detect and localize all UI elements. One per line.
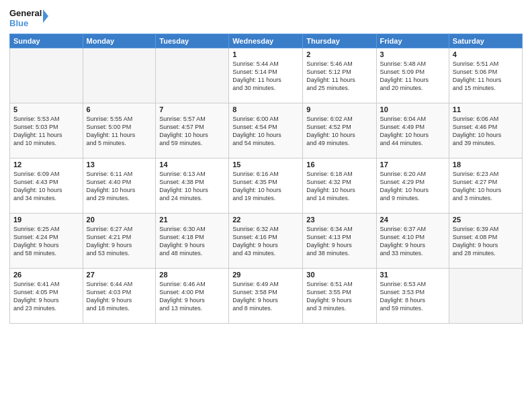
calendar-cell: 19Sunrise: 6:25 AM Sunset: 4:24 PM Dayli… bbox=[10, 214, 83, 269]
day-info: Sunrise: 6:44 AM Sunset: 4:03 PM Dayligh… bbox=[87, 280, 152, 313]
day-info: Sunrise: 5:46 AM Sunset: 5:12 PM Dayligh… bbox=[306, 60, 372, 93]
day-number: 24 bbox=[380, 216, 445, 224]
calendar-cell: 12Sunrise: 6:09 AM Sunset: 4:43 PM Dayli… bbox=[10, 158, 83, 214]
calendar-cell: 11Sunrise: 6:06 AM Sunset: 4:46 PM Dayli… bbox=[449, 103, 522, 158]
day-info: Sunrise: 6:25 AM Sunset: 4:24 PM Dayligh… bbox=[13, 225, 79, 258]
calendar-cell bbox=[83, 48, 156, 103]
day-number: 9 bbox=[306, 105, 372, 113]
day-info: Sunrise: 6:32 AM Sunset: 4:16 PM Dayligh… bbox=[232, 225, 299, 258]
calendar-cell: 6Sunrise: 5:55 AM Sunset: 5:00 PM Daylig… bbox=[83, 103, 156, 158]
calendar-cell bbox=[10, 48, 83, 103]
day-number: 7 bbox=[159, 105, 225, 113]
day-info: Sunrise: 6:46 AM Sunset: 4:00 PM Dayligh… bbox=[159, 280, 225, 313]
day-info: Sunrise: 6:02 AM Sunset: 4:52 PM Dayligh… bbox=[306, 115, 372, 148]
logo-icon: GeneralBlue bbox=[9, 7, 50, 28]
day-number: 23 bbox=[306, 216, 372, 224]
svg-marker-2 bbox=[43, 9, 48, 23]
day-number: 5 bbox=[13, 105, 79, 113]
calendar-table: SundayMondayTuesdayWednesdayThursdayFrid… bbox=[9, 34, 523, 324]
svg-text:Blue: Blue bbox=[9, 18, 28, 28]
weekday-header-tuesday: Tuesday bbox=[156, 34, 229, 48]
week-row-1: 1Sunrise: 5:44 AM Sunset: 5:14 PM Daylig… bbox=[10, 48, 523, 103]
day-number: 12 bbox=[13, 161, 79, 169]
day-number: 22 bbox=[232, 216, 299, 224]
day-info: Sunrise: 6:00 AM Sunset: 4:54 PM Dayligh… bbox=[232, 115, 299, 148]
calendar-cell: 29Sunrise: 6:49 AM Sunset: 3:58 PM Dayli… bbox=[229, 269, 303, 324]
week-row-3: 12Sunrise: 6:09 AM Sunset: 4:43 PM Dayli… bbox=[10, 158, 523, 214]
day-info: Sunrise: 5:55 AM Sunset: 5:00 PM Dayligh… bbox=[87, 115, 152, 148]
day-number: 6 bbox=[87, 105, 152, 113]
calendar-cell: 23Sunrise: 6:34 AM Sunset: 4:13 PM Dayli… bbox=[303, 214, 376, 269]
calendar-cell: 31Sunrise: 6:53 AM Sunset: 3:53 PM Dayli… bbox=[376, 269, 449, 324]
day-number: 25 bbox=[453, 216, 519, 224]
calendar-cell: 3Sunrise: 5:48 AM Sunset: 5:09 PM Daylig… bbox=[376, 48, 449, 103]
day-number: 14 bbox=[159, 161, 225, 169]
calendar-cell: 28Sunrise: 6:46 AM Sunset: 4:00 PM Dayli… bbox=[156, 269, 229, 324]
calendar-cell: 1Sunrise: 5:44 AM Sunset: 5:14 PM Daylig… bbox=[229, 48, 303, 103]
calendar-cell: 21Sunrise: 6:30 AM Sunset: 4:18 PM Dayli… bbox=[156, 214, 229, 269]
day-info: Sunrise: 6:18 AM Sunset: 4:32 PM Dayligh… bbox=[306, 170, 372, 203]
day-number: 28 bbox=[159, 271, 225, 279]
calendar-cell: 16Sunrise: 6:18 AM Sunset: 4:32 PM Dayli… bbox=[303, 158, 376, 214]
calendar-cell: 25Sunrise: 6:39 AM Sunset: 4:08 PM Dayli… bbox=[449, 214, 522, 269]
calendar-cell: 24Sunrise: 6:37 AM Sunset: 4:10 PM Dayli… bbox=[376, 214, 449, 269]
day-info: Sunrise: 6:27 AM Sunset: 4:21 PM Dayligh… bbox=[87, 225, 152, 258]
calendar-cell: 18Sunrise: 6:23 AM Sunset: 4:27 PM Dayli… bbox=[449, 158, 522, 214]
calendar-cell: 14Sunrise: 6:13 AM Sunset: 4:38 PM Dayli… bbox=[156, 158, 229, 214]
calendar-cell bbox=[449, 269, 522, 324]
day-info: Sunrise: 6:51 AM Sunset: 3:55 PM Dayligh… bbox=[306, 280, 372, 313]
calendar-cell: 2Sunrise: 5:46 AM Sunset: 5:12 PM Daylig… bbox=[303, 48, 376, 103]
day-number: 4 bbox=[453, 50, 519, 58]
day-info: Sunrise: 6:20 AM Sunset: 4:29 PM Dayligh… bbox=[380, 170, 445, 203]
weekday-header-row: SundayMondayTuesdayWednesdayThursdayFrid… bbox=[10, 34, 523, 48]
day-info: Sunrise: 6:16 AM Sunset: 4:35 PM Dayligh… bbox=[232, 170, 299, 203]
calendar-cell: 9Sunrise: 6:02 AM Sunset: 4:52 PM Daylig… bbox=[303, 103, 376, 158]
day-info: Sunrise: 6:04 AM Sunset: 4:49 PM Dayligh… bbox=[380, 115, 445, 148]
calendar-cell: 26Sunrise: 6:41 AM Sunset: 4:05 PM Dayli… bbox=[10, 269, 83, 324]
day-info: Sunrise: 5:44 AM Sunset: 5:14 PM Dayligh… bbox=[232, 60, 299, 93]
week-row-4: 19Sunrise: 6:25 AM Sunset: 4:24 PM Dayli… bbox=[10, 214, 523, 269]
day-number: 26 bbox=[13, 271, 79, 279]
calendar-cell: 8Sunrise: 6:00 AM Sunset: 4:54 PM Daylig… bbox=[229, 103, 303, 158]
calendar-cell: 22Sunrise: 6:32 AM Sunset: 4:16 PM Dayli… bbox=[229, 214, 303, 269]
day-number: 16 bbox=[306, 161, 372, 169]
day-info: Sunrise: 6:13 AM Sunset: 4:38 PM Dayligh… bbox=[159, 170, 225, 203]
calendar-cell: 17Sunrise: 6:20 AM Sunset: 4:29 PM Dayli… bbox=[376, 158, 449, 214]
day-info: Sunrise: 6:39 AM Sunset: 4:08 PM Dayligh… bbox=[453, 225, 519, 258]
day-info: Sunrise: 5:48 AM Sunset: 5:09 PM Dayligh… bbox=[380, 60, 445, 93]
calendar-cell: 10Sunrise: 6:04 AM Sunset: 4:49 PM Dayli… bbox=[376, 103, 449, 158]
calendar-cell: 5Sunrise: 5:53 AM Sunset: 5:03 PM Daylig… bbox=[10, 103, 83, 158]
day-number: 15 bbox=[232, 161, 299, 169]
day-info: Sunrise: 6:09 AM Sunset: 4:43 PM Dayligh… bbox=[13, 170, 79, 203]
day-info: Sunrise: 6:37 AM Sunset: 4:10 PM Dayligh… bbox=[380, 225, 445, 258]
day-number: 8 bbox=[232, 105, 299, 113]
day-info: Sunrise: 6:06 AM Sunset: 4:46 PM Dayligh… bbox=[453, 115, 519, 148]
calendar-cell: 30Sunrise: 6:51 AM Sunset: 3:55 PM Dayli… bbox=[303, 269, 376, 324]
day-info: Sunrise: 5:57 AM Sunset: 4:57 PM Dayligh… bbox=[159, 115, 225, 148]
day-number: 3 bbox=[380, 50, 445, 58]
day-number: 19 bbox=[13, 216, 79, 224]
week-row-2: 5Sunrise: 5:53 AM Sunset: 5:03 PM Daylig… bbox=[10, 103, 523, 158]
day-info: Sunrise: 6:49 AM Sunset: 3:58 PM Dayligh… bbox=[232, 280, 299, 313]
day-info: Sunrise: 6:53 AM Sunset: 3:53 PM Dayligh… bbox=[380, 280, 445, 313]
day-number: 17 bbox=[380, 161, 445, 169]
weekday-header-wednesday: Wednesday bbox=[229, 34, 303, 48]
calendar-cell: 4Sunrise: 5:51 AM Sunset: 5:06 PM Daylig… bbox=[449, 48, 522, 103]
day-info: Sunrise: 6:30 AM Sunset: 4:18 PM Dayligh… bbox=[159, 225, 225, 258]
day-number: 11 bbox=[453, 105, 519, 113]
weekday-header-friday: Friday bbox=[376, 34, 449, 48]
calendar-cell bbox=[156, 48, 229, 103]
day-number: 10 bbox=[380, 105, 445, 113]
day-number: 29 bbox=[232, 271, 299, 279]
day-number: 2 bbox=[306, 50, 372, 58]
week-row-5: 26Sunrise: 6:41 AM Sunset: 4:05 PM Dayli… bbox=[10, 269, 523, 324]
day-info: Sunrise: 5:51 AM Sunset: 5:06 PM Dayligh… bbox=[453, 60, 519, 93]
calendar-cell: 27Sunrise: 6:44 AM Sunset: 4:03 PM Dayli… bbox=[83, 269, 156, 324]
calendar-cell: 20Sunrise: 6:27 AM Sunset: 4:21 PM Dayli… bbox=[83, 214, 156, 269]
page: GeneralBlue SundayMondayTuesdayWednesday… bbox=[0, 0, 532, 411]
day-number: 13 bbox=[87, 161, 152, 169]
day-info: Sunrise: 6:41 AM Sunset: 4:05 PM Dayligh… bbox=[13, 280, 79, 313]
day-number: 1 bbox=[232, 50, 299, 58]
weekday-header-sunday: Sunday bbox=[10, 34, 83, 48]
day-number: 31 bbox=[380, 271, 445, 279]
